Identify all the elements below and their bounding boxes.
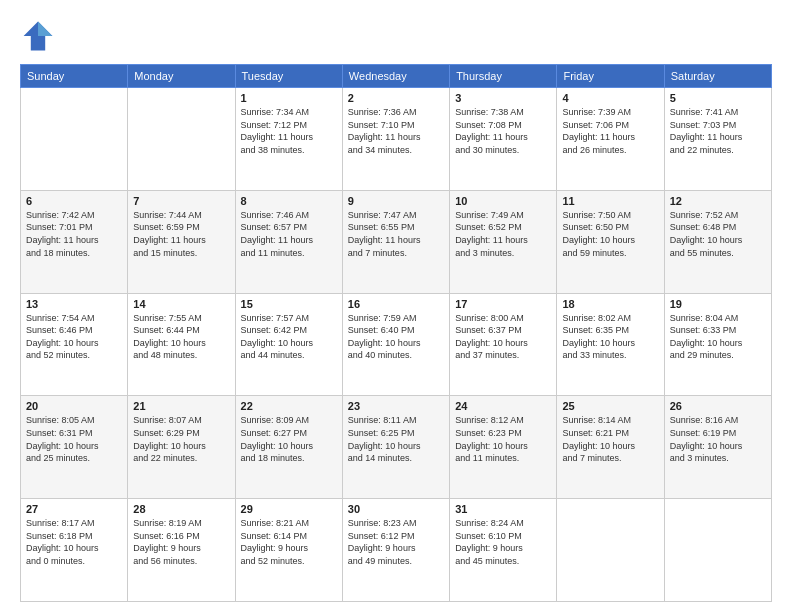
day-number: 14 — [133, 298, 229, 310]
calendar-cell: 12Sunrise: 7:52 AM Sunset: 6:48 PM Dayli… — [664, 190, 771, 293]
day-info: Sunrise: 8:16 AM Sunset: 6:19 PM Dayligh… — [670, 414, 766, 464]
day-info: Sunrise: 7:36 AM Sunset: 7:10 PM Dayligh… — [348, 106, 444, 156]
day-number: 15 — [241, 298, 337, 310]
day-number: 22 — [241, 400, 337, 412]
calendar-cell: 29Sunrise: 8:21 AM Sunset: 6:14 PM Dayli… — [235, 499, 342, 602]
day-info: Sunrise: 8:23 AM Sunset: 6:12 PM Dayligh… — [348, 517, 444, 567]
day-info: Sunrise: 7:46 AM Sunset: 6:57 PM Dayligh… — [241, 209, 337, 259]
calendar-cell: 18Sunrise: 8:02 AM Sunset: 6:35 PM Dayli… — [557, 293, 664, 396]
day-info: Sunrise: 7:59 AM Sunset: 6:40 PM Dayligh… — [348, 312, 444, 362]
calendar-week-5: 27Sunrise: 8:17 AM Sunset: 6:18 PM Dayli… — [21, 499, 772, 602]
day-info: Sunrise: 8:12 AM Sunset: 6:23 PM Dayligh… — [455, 414, 551, 464]
calendar-cell: 13Sunrise: 7:54 AM Sunset: 6:46 PM Dayli… — [21, 293, 128, 396]
calendar-week-2: 6Sunrise: 7:42 AM Sunset: 7:01 PM Daylig… — [21, 190, 772, 293]
calendar-cell: 28Sunrise: 8:19 AM Sunset: 6:16 PM Dayli… — [128, 499, 235, 602]
calendar-cell: 4Sunrise: 7:39 AM Sunset: 7:06 PM Daylig… — [557, 88, 664, 191]
day-number: 6 — [26, 195, 122, 207]
day-info: Sunrise: 8:19 AM Sunset: 6:16 PM Dayligh… — [133, 517, 229, 567]
weekday-header-sunday: Sunday — [21, 65, 128, 88]
day-number: 19 — [670, 298, 766, 310]
logo-icon — [20, 18, 56, 54]
calendar-cell: 19Sunrise: 8:04 AM Sunset: 6:33 PM Dayli… — [664, 293, 771, 396]
calendar-cell: 17Sunrise: 8:00 AM Sunset: 6:37 PM Dayli… — [450, 293, 557, 396]
day-info: Sunrise: 7:52 AM Sunset: 6:48 PM Dayligh… — [670, 209, 766, 259]
calendar-cell: 7Sunrise: 7:44 AM Sunset: 6:59 PM Daylig… — [128, 190, 235, 293]
day-info: Sunrise: 7:34 AM Sunset: 7:12 PM Dayligh… — [241, 106, 337, 156]
calendar-cell: 25Sunrise: 8:14 AM Sunset: 6:21 PM Dayli… — [557, 396, 664, 499]
calendar-cell: 5Sunrise: 7:41 AM Sunset: 7:03 PM Daylig… — [664, 88, 771, 191]
day-info: Sunrise: 7:41 AM Sunset: 7:03 PM Dayligh… — [670, 106, 766, 156]
calendar-cell: 27Sunrise: 8:17 AM Sunset: 6:18 PM Dayli… — [21, 499, 128, 602]
day-number: 11 — [562, 195, 658, 207]
day-info: Sunrise: 7:38 AM Sunset: 7:08 PM Dayligh… — [455, 106, 551, 156]
day-info: Sunrise: 8:00 AM Sunset: 6:37 PM Dayligh… — [455, 312, 551, 362]
calendar-week-1: 1Sunrise: 7:34 AM Sunset: 7:12 PM Daylig… — [21, 88, 772, 191]
calendar-cell: 1Sunrise: 7:34 AM Sunset: 7:12 PM Daylig… — [235, 88, 342, 191]
day-number: 29 — [241, 503, 337, 515]
calendar-cell: 23Sunrise: 8:11 AM Sunset: 6:25 PM Dayli… — [342, 396, 449, 499]
calendar-cell — [557, 499, 664, 602]
calendar-cell: 10Sunrise: 7:49 AM Sunset: 6:52 PM Dayli… — [450, 190, 557, 293]
calendar-cell: 31Sunrise: 8:24 AM Sunset: 6:10 PM Dayli… — [450, 499, 557, 602]
weekday-header-monday: Monday — [128, 65, 235, 88]
day-number: 4 — [562, 92, 658, 104]
calendar-cell: 11Sunrise: 7:50 AM Sunset: 6:50 PM Dayli… — [557, 190, 664, 293]
day-info: Sunrise: 8:24 AM Sunset: 6:10 PM Dayligh… — [455, 517, 551, 567]
calendar-week-3: 13Sunrise: 7:54 AM Sunset: 6:46 PM Dayli… — [21, 293, 772, 396]
day-info: Sunrise: 7:54 AM Sunset: 6:46 PM Dayligh… — [26, 312, 122, 362]
day-number: 1 — [241, 92, 337, 104]
day-info: Sunrise: 8:14 AM Sunset: 6:21 PM Dayligh… — [562, 414, 658, 464]
calendar-cell — [21, 88, 128, 191]
day-info: Sunrise: 7:39 AM Sunset: 7:06 PM Dayligh… — [562, 106, 658, 156]
day-number: 16 — [348, 298, 444, 310]
calendar-cell: 16Sunrise: 7:59 AM Sunset: 6:40 PM Dayli… — [342, 293, 449, 396]
day-number: 12 — [670, 195, 766, 207]
day-info: Sunrise: 7:49 AM Sunset: 6:52 PM Dayligh… — [455, 209, 551, 259]
day-number: 27 — [26, 503, 122, 515]
calendar-cell — [128, 88, 235, 191]
calendar-cell — [664, 499, 771, 602]
header — [20, 18, 772, 54]
day-number: 20 — [26, 400, 122, 412]
calendar-cell: 15Sunrise: 7:57 AM Sunset: 6:42 PM Dayli… — [235, 293, 342, 396]
weekday-header-saturday: Saturday — [664, 65, 771, 88]
weekday-header-thursday: Thursday — [450, 65, 557, 88]
calendar-cell: 30Sunrise: 8:23 AM Sunset: 6:12 PM Dayli… — [342, 499, 449, 602]
day-number: 25 — [562, 400, 658, 412]
day-number: 21 — [133, 400, 229, 412]
day-number: 7 — [133, 195, 229, 207]
weekday-header-friday: Friday — [557, 65, 664, 88]
day-number: 30 — [348, 503, 444, 515]
day-info: Sunrise: 8:05 AM Sunset: 6:31 PM Dayligh… — [26, 414, 122, 464]
weekday-header-tuesday: Tuesday — [235, 65, 342, 88]
day-info: Sunrise: 8:21 AM Sunset: 6:14 PM Dayligh… — [241, 517, 337, 567]
day-info: Sunrise: 7:55 AM Sunset: 6:44 PM Dayligh… — [133, 312, 229, 362]
calendar-cell: 8Sunrise: 7:46 AM Sunset: 6:57 PM Daylig… — [235, 190, 342, 293]
day-info: Sunrise: 8:02 AM Sunset: 6:35 PM Dayligh… — [562, 312, 658, 362]
day-number: 17 — [455, 298, 551, 310]
calendar-cell: 20Sunrise: 8:05 AM Sunset: 6:31 PM Dayli… — [21, 396, 128, 499]
day-info: Sunrise: 8:11 AM Sunset: 6:25 PM Dayligh… — [348, 414, 444, 464]
calendar-cell: 22Sunrise: 8:09 AM Sunset: 6:27 PM Dayli… — [235, 396, 342, 499]
day-number: 26 — [670, 400, 766, 412]
calendar-cell: 2Sunrise: 7:36 AM Sunset: 7:10 PM Daylig… — [342, 88, 449, 191]
day-number: 10 — [455, 195, 551, 207]
day-number: 23 — [348, 400, 444, 412]
day-info: Sunrise: 7:47 AM Sunset: 6:55 PM Dayligh… — [348, 209, 444, 259]
day-number: 13 — [26, 298, 122, 310]
day-info: Sunrise: 7:42 AM Sunset: 7:01 PM Dayligh… — [26, 209, 122, 259]
weekday-header-wednesday: Wednesday — [342, 65, 449, 88]
day-info: Sunrise: 7:50 AM Sunset: 6:50 PM Dayligh… — [562, 209, 658, 259]
calendar-week-4: 20Sunrise: 8:05 AM Sunset: 6:31 PM Dayli… — [21, 396, 772, 499]
day-number: 24 — [455, 400, 551, 412]
day-number: 2 — [348, 92, 444, 104]
day-info: Sunrise: 8:09 AM Sunset: 6:27 PM Dayligh… — [241, 414, 337, 464]
day-info: Sunrise: 8:04 AM Sunset: 6:33 PM Dayligh… — [670, 312, 766, 362]
day-number: 8 — [241, 195, 337, 207]
day-number: 18 — [562, 298, 658, 310]
day-info: Sunrise: 7:57 AM Sunset: 6:42 PM Dayligh… — [241, 312, 337, 362]
day-info: Sunrise: 8:17 AM Sunset: 6:18 PM Dayligh… — [26, 517, 122, 567]
calendar-cell: 14Sunrise: 7:55 AM Sunset: 6:44 PM Dayli… — [128, 293, 235, 396]
day-number: 31 — [455, 503, 551, 515]
calendar-cell: 6Sunrise: 7:42 AM Sunset: 7:01 PM Daylig… — [21, 190, 128, 293]
